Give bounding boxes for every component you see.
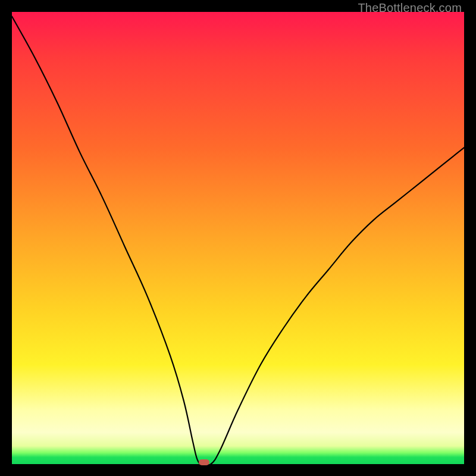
optimal-point-marker [199, 459, 209, 465]
chart-frame: TheBottleneck.com [0, 0, 476, 476]
watermark-text: TheBottleneck.com [358, 1, 462, 15]
plot-area [12, 12, 464, 464]
